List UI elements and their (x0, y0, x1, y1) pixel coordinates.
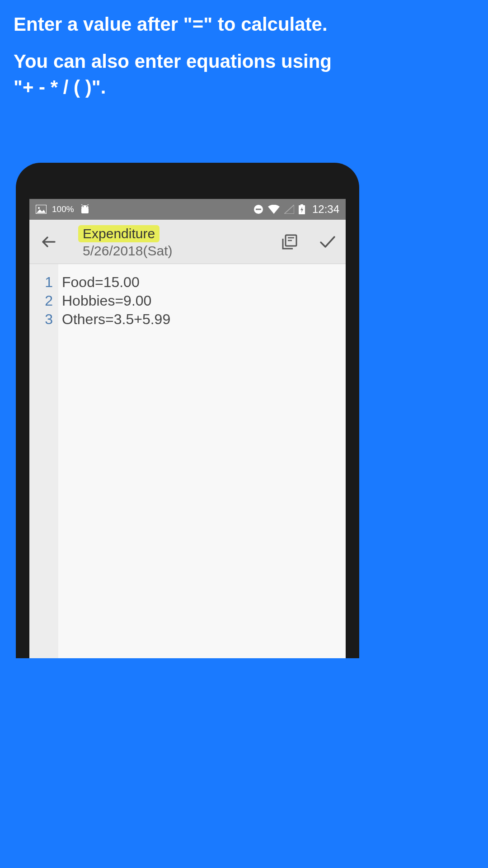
library-icon (281, 233, 298, 250)
svg-point-1 (38, 207, 40, 209)
editor-line[interactable]: Food=15.00 (62, 273, 346, 292)
page-title: Expenditure (78, 225, 160, 242)
instruction-text-1: Enter a value after "=" to calculate. (14, 14, 357, 35)
line-number: 3 (29, 310, 53, 329)
signal-icon (284, 205, 294, 214)
battery-percent: 100% (52, 204, 74, 214)
back-button[interactable] (38, 231, 60, 253)
status-bar-right: 12:34 (253, 203, 339, 216)
app-toolbar: Expenditure 5/26/2018(Sat) (29, 220, 346, 264)
editor-content[interactable]: Food=15.00 Hobbies=9.00 Others=3.5+5.99 (58, 264, 346, 658)
check-icon (318, 232, 337, 251)
instructions-block: Enter a value after "=" to calculate. Yo… (0, 0, 370, 100)
status-time: 12:34 (312, 203, 339, 216)
toolbar-actions (280, 232, 338, 252)
line-number: 2 (29, 292, 53, 310)
phone-screen: 100% 12:34 (29, 199, 346, 658)
android-icon (80, 204, 90, 214)
svg-point-4 (86, 206, 87, 207)
instruction-text-2: You can also enter equations using "+ - … (14, 49, 357, 100)
svg-rect-2 (81, 208, 89, 213)
svg-point-3 (82, 206, 83, 207)
svg-line-6 (88, 204, 89, 205)
dnd-icon (253, 204, 263, 214)
battery-icon (299, 204, 305, 214)
line-number: 1 (29, 273, 53, 292)
date-subtitle: 5/26/2018(Sat) (83, 243, 280, 259)
wifi-icon (268, 205, 280, 214)
svg-line-5 (81, 204, 82, 205)
line-gutter: 1 2 3 (29, 264, 58, 658)
library-button[interactable] (280, 232, 300, 252)
status-bar-left: 100% (36, 204, 90, 214)
editor-line[interactable]: Others=3.5+5.99 (62, 310, 346, 329)
status-bar: 100% 12:34 (29, 199, 346, 220)
phone-frame: 100% 12:34 (16, 163, 359, 658)
editor-line[interactable]: Hobbies=9.00 (62, 292, 346, 310)
toolbar-title-area: Expenditure 5/26/2018(Sat) (78, 225, 280, 259)
editor-area[interactable]: 1 2 3 Food=15.00 Hobbies=9.00 Others=3.5… (29, 264, 346, 658)
svg-rect-8 (256, 209, 261, 210)
image-icon (36, 205, 47, 214)
back-arrow-icon (40, 233, 57, 250)
confirm-button[interactable] (318, 232, 338, 252)
svg-rect-10 (300, 204, 303, 206)
